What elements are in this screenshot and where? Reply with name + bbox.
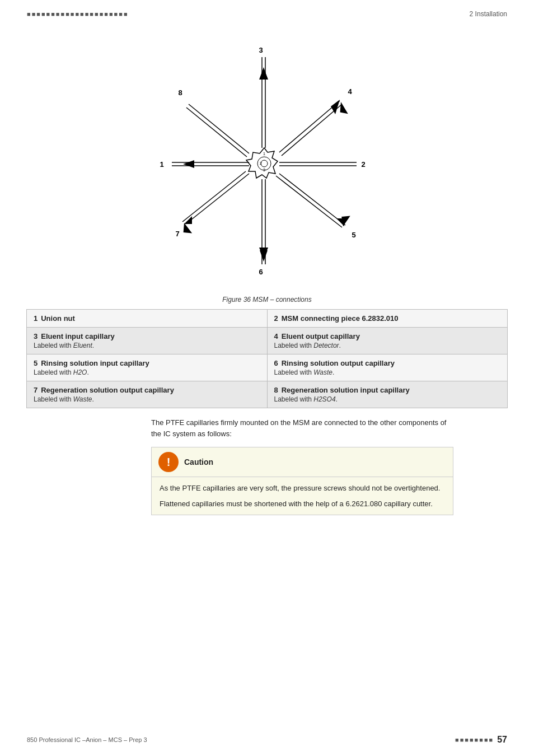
table-row: 7Regeneration solution output capillaryL… xyxy=(27,381,268,408)
svg-line-17 xyxy=(186,174,249,224)
caution-box: ! Caution As the PTFE capillaries are ve… xyxy=(151,447,453,515)
svg-text:8: 8 xyxy=(178,88,182,97)
svg-text:7: 7 xyxy=(175,230,179,238)
table-row: 8Regeneration solution input capillaryLa… xyxy=(267,381,508,408)
page-number: 57 xyxy=(497,735,507,745)
table-row: 6Rinsing solution output capillaryLabele… xyxy=(267,354,508,381)
svg-line-20 xyxy=(186,108,247,157)
footer-doc-name: 850 Professional IC –Anion – MCS – Prep … xyxy=(27,736,147,743)
svg-text:1: 1 xyxy=(263,152,265,156)
caution-header: ! Caution xyxy=(152,447,453,477)
caution-para1: As the PTFE capillaries are very soft, t… xyxy=(160,483,445,494)
footer-decoration: ■■■■■■■■ xyxy=(455,736,494,743)
header-decoration: ■■■■■■■■■■■■■■■■■■■■■ xyxy=(27,11,129,17)
svg-text:2: 2 xyxy=(260,161,262,165)
svg-line-19 xyxy=(189,104,249,153)
svg-text:3: 3 xyxy=(259,46,263,54)
page-footer: 850 Professional IC –Anion – MCS – Prep … xyxy=(0,724,534,750)
caution-icon: ! xyxy=(158,452,179,472)
svg-text:5: 5 xyxy=(352,231,355,239)
svg-line-15 xyxy=(279,174,345,225)
page-header: ■■■■■■■■■■■■■■■■■■■■■ 2 Installation xyxy=(0,0,534,18)
figure-caption: Figure 36 MSM – connections xyxy=(222,296,311,304)
svg-text:4: 4 xyxy=(348,87,352,96)
svg-text:1: 1 xyxy=(160,160,163,169)
caution-title: Caution xyxy=(184,458,213,466)
svg-marker-23 xyxy=(183,160,194,168)
svg-line-14 xyxy=(282,104,342,156)
svg-line-16 xyxy=(276,176,342,227)
svg-text:2: 2 xyxy=(361,160,365,169)
reference-table: 1Union nut2MSM connecting piece 6.2832.0… xyxy=(26,309,508,408)
table-row: 2MSM connecting piece 6.2832.010 xyxy=(267,310,508,328)
caution-exclamation: ! xyxy=(167,456,171,468)
svg-line-18 xyxy=(182,171,246,222)
svg-text:6: 6 xyxy=(259,268,263,276)
table-row: 4Eluent output capillaryLabeled with Det… xyxy=(267,328,508,354)
table-row: 3Eluent input capillaryLabeled with Elue… xyxy=(27,328,268,354)
svg-text:3: 3 xyxy=(263,168,265,172)
header-section: 2 Installation xyxy=(470,10,507,18)
svg-marker-27 xyxy=(260,67,268,78)
msm-diagram: 1 2 3 xyxy=(99,24,435,292)
caution-para2: Flattened capillaries must be shortened … xyxy=(160,498,445,510)
table-row: 5Rinsing solution input capillaryLabeled… xyxy=(27,354,268,381)
svg-marker-26 xyxy=(179,223,193,237)
svg-line-13 xyxy=(279,101,340,152)
body-text: The PTFE capillaries firmly mounted on t… xyxy=(151,417,453,439)
footer-right: ■■■■■■■■ 57 xyxy=(455,735,507,745)
caution-body: As the PTFE capillaries are very soft, t… xyxy=(152,477,453,515)
diagram-container: 1 2 3 xyxy=(0,24,534,309)
svg-marker-28 xyxy=(260,250,268,262)
table-row: 1Union nut xyxy=(27,310,268,328)
